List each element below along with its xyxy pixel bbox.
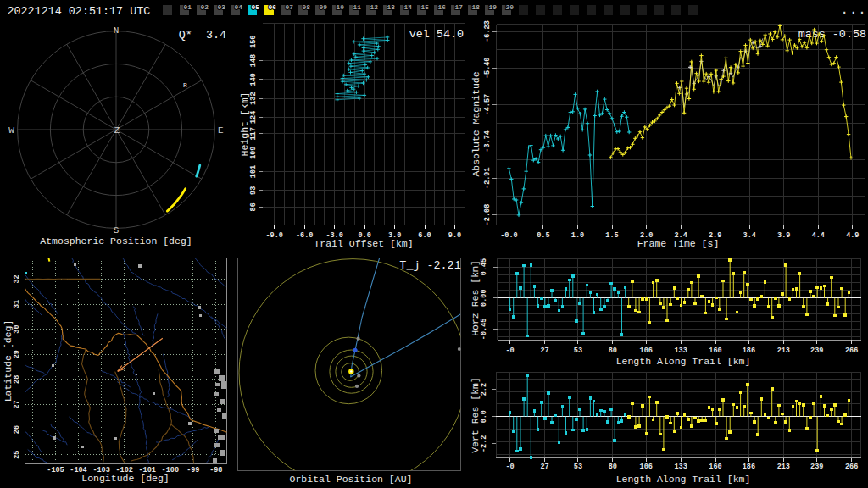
- svg-text:-100: -100: [162, 466, 179, 474]
- svg-text:-105: -105: [47, 466, 64, 474]
- svg-text:186: 186: [743, 463, 755, 471]
- svg-text:6.0: 6.0: [418, 231, 431, 240]
- svg-text:27: 27: [540, 347, 548, 355]
- svg-text:30: 30: [13, 324, 21, 333]
- svg-text:-2.2: -2.2: [480, 435, 488, 452]
- svg-text:06: 06: [269, 4, 277, 11]
- svg-text:140: 140: [249, 73, 258, 86]
- svg-text:1.5: 1.5: [605, 231, 618, 240]
- svg-text:133: 133: [674, 347, 687, 355]
- svg-text:32: 32: [13, 274, 21, 283]
- svg-text:Z: Z: [114, 125, 120, 136]
- svg-text:Horz Res [km]: Horz Res [km]: [470, 260, 481, 336]
- svg-text:-103: -103: [92, 466, 109, 474]
- svg-text:Trail Offset [km]: Trail Offset [km]: [314, 238, 413, 249]
- svg-text:-9.0: -9.0: [265, 231, 282, 240]
- svg-text:-99: -99: [186, 466, 199, 474]
- svg-text:0.5: 0.5: [537, 231, 549, 240]
- svg-text:01: 01: [184, 4, 192, 11]
- svg-text:0.0: 0.0: [480, 410, 488, 423]
- svg-text:-2.08: -2.08: [483, 204, 492, 226]
- svg-text:12: 12: [370, 4, 379, 11]
- svg-text:07: 07: [286, 4, 294, 11]
- svg-text:9.0: 9.0: [448, 231, 461, 240]
- svg-text:S: S: [114, 225, 120, 236]
- svg-text:Height [km]: Height [km]: [239, 92, 250, 157]
- svg-text:86: 86: [249, 202, 258, 211]
- svg-text:...: ...: [841, 3, 867, 17]
- svg-text:09: 09: [320, 4, 328, 11]
- svg-text:Absolute Magnitude: Absolute Magnitude: [470, 71, 481, 176]
- svg-text:1.0: 1.0: [571, 231, 584, 240]
- svg-text:10: 10: [337, 4, 345, 11]
- svg-text:53: 53: [574, 347, 582, 355]
- svg-text:133: 133: [674, 463, 687, 471]
- svg-text:-102: -102: [115, 466, 132, 474]
- svg-text:14: 14: [404, 4, 413, 11]
- svg-text:Length Along Trail [km]: Length Along Trail [km]: [616, 474, 751, 485]
- svg-text:26: 26: [13, 425, 21, 434]
- svg-text:160: 160: [709, 463, 721, 471]
- svg-text:0.45: 0.45: [480, 258, 488, 275]
- svg-text:08: 08: [303, 4, 311, 11]
- svg-text:Frame Time [s]: Frame Time [s]: [637, 238, 720, 249]
- svg-text:213: 213: [777, 347, 790, 355]
- svg-text:-5.40: -5.40: [483, 58, 492, 80]
- svg-text:18: 18: [472, 4, 481, 11]
- svg-text:109: 109: [249, 147, 258, 159]
- svg-text:W: W: [8, 125, 14, 136]
- svg-text:-3.74: -3.74: [483, 130, 492, 152]
- svg-text:31: 31: [13, 300, 21, 308]
- svg-text:213: 213: [777, 463, 790, 471]
- svg-text:19: 19: [489, 4, 498, 11]
- svg-text:02: 02: [201, 4, 209, 11]
- svg-text:17: 17: [455, 4, 464, 11]
- svg-text:239: 239: [810, 463, 823, 471]
- svg-text:R: R: [183, 82, 187, 89]
- svg-text:-0: -0: [505, 463, 514, 471]
- svg-text:106: 106: [640, 347, 653, 355]
- svg-text:-98: -98: [209, 466, 222, 474]
- svg-text:80: 80: [609, 463, 617, 471]
- svg-text:Vert Res [km]: Vert Res [km]: [470, 377, 481, 453]
- svg-text:05: 05: [252, 4, 260, 11]
- svg-text:11: 11: [353, 4, 362, 11]
- svg-text:N: N: [114, 25, 120, 36]
- svg-text:25: 25: [13, 451, 21, 459]
- svg-text:186: 186: [743, 347, 755, 355]
- svg-text:-0.45: -0.45: [480, 319, 488, 341]
- svg-text:Length Along Trail [km]: Length Along Trail [km]: [616, 356, 751, 367]
- svg-text:148: 148: [249, 54, 258, 67]
- svg-text:Atmospheric Position [deg]: Atmospheric Position [deg]: [40, 236, 192, 247]
- svg-text:106: 106: [640, 463, 653, 471]
- svg-text:27: 27: [13, 400, 21, 408]
- svg-text:-6.0: -6.0: [296, 231, 313, 240]
- svg-text:124: 124: [249, 111, 258, 124]
- svg-text:-0: -0: [505, 347, 514, 355]
- svg-text:20: 20: [506, 4, 515, 11]
- svg-text:101: 101: [249, 165, 258, 178]
- svg-text:2.2: 2.2: [480, 383, 488, 396]
- svg-text:15: 15: [421, 4, 430, 11]
- svg-text:mass -0.58: mass -0.58: [798, 28, 866, 41]
- svg-text:03: 03: [218, 4, 226, 11]
- svg-text:53: 53: [574, 463, 582, 471]
- svg-text:29: 29: [13, 350, 21, 358]
- svg-text:156: 156: [249, 36, 258, 48]
- svg-text:-2.91: -2.91: [483, 167, 492, 189]
- svg-text:20221214 02:51:17 UTC: 20221214 02:51:17 UTC: [8, 5, 151, 18]
- svg-text:0.00: 0.00: [480, 289, 488, 306]
- svg-text:132: 132: [249, 92, 258, 104]
- svg-text:13: 13: [387, 4, 396, 11]
- svg-text:-104: -104: [70, 466, 86, 474]
- svg-text:-0.0: -0.0: [500, 231, 517, 240]
- svg-text:16: 16: [438, 4, 447, 11]
- svg-text:28: 28: [13, 375, 21, 384]
- svg-text:-4.57: -4.57: [483, 94, 492, 116]
- svg-text:4.9: 4.9: [846, 231, 859, 240]
- svg-text:266: 266: [845, 347, 858, 355]
- svg-text:160: 160: [709, 347, 721, 355]
- svg-text:Q* 3.4: Q* 3.4: [179, 29, 226, 42]
- svg-text:4.4: 4.4: [812, 231, 825, 240]
- svg-text:266: 266: [845, 463, 858, 471]
